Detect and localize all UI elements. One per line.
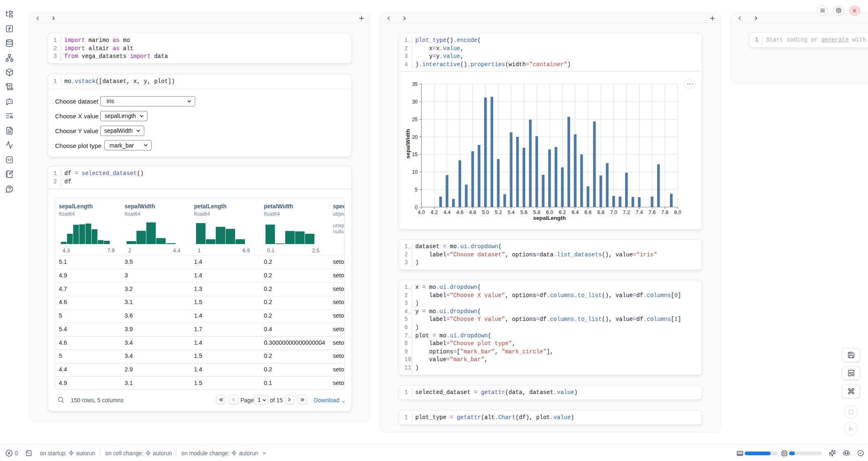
svg-text:7.8: 7.8 bbox=[661, 210, 668, 215]
svg-text:4.4: 4.4 bbox=[443, 210, 450, 215]
svg-text:7.4: 7.4 bbox=[636, 210, 643, 215]
svg-text:10: 10 bbox=[412, 169, 418, 175]
svg-text:sepalWidth: sepalWidth bbox=[405, 129, 411, 159]
svg-text:6.8: 6.8 bbox=[597, 210, 604, 215]
svg-text:7.6: 7.6 bbox=[649, 210, 656, 215]
svg-text:5.8: 5.8 bbox=[533, 210, 540, 215]
svg-text:7.2: 7.2 bbox=[623, 210, 630, 215]
svg-text:35: 35 bbox=[412, 81, 418, 87]
svg-text:6.0: 6.0 bbox=[546, 210, 553, 215]
svg-text:5.0: 5.0 bbox=[482, 210, 489, 215]
svg-text:sepalLength: sepalLength bbox=[533, 215, 566, 221]
svg-text:4.6: 4.6 bbox=[456, 210, 463, 215]
svg-text:6.6: 6.6 bbox=[584, 210, 591, 215]
svg-text:5.6: 5.6 bbox=[520, 210, 527, 215]
svg-text:4.2: 4.2 bbox=[431, 210, 438, 215]
svg-text:4.0: 4.0 bbox=[418, 210, 425, 215]
svg-text:8.0: 8.0 bbox=[674, 210, 681, 215]
svg-text:4.8: 4.8 bbox=[469, 210, 476, 215]
svg-text:20: 20 bbox=[412, 134, 418, 140]
svg-text:7.0: 7.0 bbox=[610, 210, 617, 215]
svg-text:5: 5 bbox=[415, 187, 418, 193]
svg-text:15: 15 bbox=[412, 152, 418, 157]
svg-text:0: 0 bbox=[415, 205, 418, 210]
svg-text:5.4: 5.4 bbox=[508, 210, 515, 215]
svg-text:25: 25 bbox=[412, 117, 418, 122]
svg-text:30: 30 bbox=[412, 99, 418, 105]
svg-text:5.2: 5.2 bbox=[495, 210, 502, 215]
svg-text:6.4: 6.4 bbox=[572, 210, 579, 215]
svg-text:6.2: 6.2 bbox=[559, 210, 566, 215]
